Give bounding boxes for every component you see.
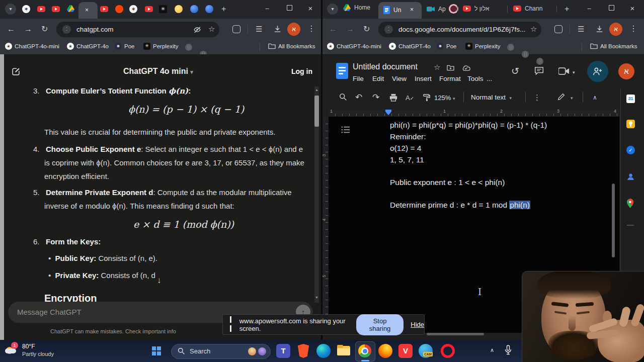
profile-avatar[interactable]: א [609, 23, 622, 36]
spellcheck-icon[interactable]: A✓ [406, 94, 414, 102]
taskbar-icon-firefox[interactable] [378, 344, 392, 358]
back-icon[interactable]: ← [7, 25, 15, 33]
paragraph-style-select[interactable]: Normal text ▾ [471, 94, 512, 101]
tab-search-chevron[interactable]: ▾ [5, 4, 16, 15]
taskbar-icon-vivaldi[interactable]: V [398, 344, 413, 358]
bookmark-globe-icon[interactable] [185, 44, 192, 51]
new-tab-button[interactable]: + [565, 5, 569, 13]
vertical-ruler[interactable] [323, 117, 328, 332]
menu-view[interactable]: View [392, 75, 407, 82]
tab-youtube-1[interactable]: אלון ל [463, 5, 490, 12]
toolbar-overflow-icon[interactable]: ⋮ [533, 94, 541, 101]
editing-mode-dropdown-icon[interactable]: ▾ [571, 96, 573, 101]
tab-chatgpt-icon[interactable]: ∗ [129, 5, 137, 13]
back-icon[interactable]: ← [329, 25, 337, 33]
star-document-icon[interactable]: ☆ [434, 63, 440, 71]
doc-line[interactable]: Public exponent e : 1 < e < phi(n) [390, 178, 505, 187]
page-left-scroll-strip[interactable] [0, 54, 4, 340]
indent-marker-triangle[interactable] [385, 112, 391, 115]
tab-youtube-icon[interactable] [100, 5, 108, 13]
weather-widget[interactable]: 1 80°F Partly cloudy [5, 343, 146, 359]
bookmark-star-icon[interactable]: ☆ [530, 25, 537, 33]
taskbar-icon-apowersoft-cam[interactable]: CAM [419, 344, 433, 358]
reload-icon[interactable]: ↻ [41, 25, 48, 33]
site-info-icon[interactable]: ⁚ [62, 25, 71, 34]
pause-sharing-icon[interactable] [230, 316, 234, 334]
bookmark-poe[interactable]: ☻ Poe [115, 43, 134, 50]
bookmark-globe-icon[interactable] [536, 58, 543, 65]
scroll-up-arrow[interactable]: ▲ [315, 88, 318, 92]
stop-sharing-button[interactable]: Stop sharing [356, 314, 404, 335]
zoom-select[interactable]: 125% ▾ [434, 94, 455, 102]
account-avatar[interactable]: א [618, 63, 634, 79]
window-close-button[interactable]: × [300, 0, 320, 17]
maps-icon[interactable] [626, 199, 635, 207]
comments-icon[interactable] [534, 66, 544, 75]
url-text[interactable]: docs.google.com/document/d/1P6Z6j7fs... [398, 26, 525, 33]
tab-youtube-2[interactable]: Chann [513, 5, 542, 12]
taskbar-icon-chrome-active[interactable] [355, 341, 375, 361]
bookmark-globe-icon[interactable] [522, 51, 529, 58]
bookmark-perplexity[interactable]: ✳ Perplexity [465, 43, 501, 50]
tab-perplexity-icon[interactable]: ✳ [159, 5, 167, 13]
tab-close-icon[interactable]: × [410, 6, 414, 13]
url-text[interactable]: chatgpt.com [76, 26, 114, 33]
google-docs-logo[interactable] [336, 63, 348, 79]
tab-search-chevron[interactable]: ▾ [327, 4, 338, 15]
tab-close-icon[interactable]: × [85, 7, 89, 14]
taskbar-icon-file-explorer[interactable] [337, 344, 351, 358]
tab-active[interactable]: × [78, 2, 98, 19]
undo-icon[interactable]: ↶ [355, 93, 362, 102]
tab-active-docs[interactable]: Un × [378, 2, 422, 19]
menu-more[interactable]: ... [487, 75, 492, 82]
profile-avatar[interactable]: א [287, 23, 300, 36]
new-tab-button[interactable]: + [221, 5, 226, 13]
tray-chevron-icon[interactable]: ∧ [490, 347, 494, 353]
forward-icon[interactable]: → [346, 25, 354, 33]
chat-scrollbar-thumb[interactable] [314, 96, 319, 127]
cloud-status-icon[interactable] [462, 65, 470, 71]
doc-vertical-scrollbar[interactable] [612, 184, 615, 257]
address-bar[interactable]: ⁚ docs.google.com/document/d/1P6Z6j7fs..… [378, 22, 541, 37]
hide-share-bar-link[interactable]: Hide [411, 321, 424, 328]
keep-icon[interactable] [626, 120, 635, 128]
tasks-icon[interactable]: ✓ [626, 146, 635, 154]
tab-queue-icon[interactable]: ☰ [256, 25, 262, 33]
login-button[interactable]: Log in [291, 67, 312, 75]
tab-youtube-icon[interactable] [52, 5, 60, 13]
bookmark-star-icon[interactable]: ☆ [208, 25, 215, 33]
menu-kebab-icon[interactable]: ⋮ [629, 25, 637, 33]
bookmark-poe[interactable]: ☻ Poe [437, 43, 456, 50]
doc-line[interactable]: phi(n) = phi(p*q) = phi(p)*phi(q) = (p-1… [390, 121, 547, 130]
scroll-down-arrow[interactable]: ▼ [315, 296, 318, 299]
taskbar-icon-edge[interactable] [316, 344, 331, 358]
tab-youtube-icon[interactable] [37, 5, 45, 13]
site-info-icon[interactable]: ⁚ [384, 25, 393, 34]
bookmark-chatgpt-4o-mini[interactable]: ∗ ChatGPT-4o-mini [5, 43, 59, 50]
tab-drive-home[interactable]: Home [343, 4, 370, 11]
paint-format-icon[interactable] [423, 94, 431, 102]
taskbar-icon-teams[interactable]: T [276, 344, 290, 358]
extensions-icon[interactable] [232, 25, 240, 33]
document-title[interactable]: Untitled document [353, 62, 418, 71]
doc-line[interactable]: Determine prime d : e * d = 1 mod phi(n) [390, 201, 530, 210]
tray-mic-icon[interactable] [504, 345, 512, 356]
tab-emoji-icon[interactable] [175, 5, 183, 13]
new-chat-icon[interactable] [11, 67, 21, 76]
tab-apowersoft[interactable]: Ap [427, 4, 458, 14]
search-box[interactable]: Search [171, 344, 271, 359]
eye-off-icon[interactable] [193, 26, 201, 34]
download-icon[interactable] [595, 25, 604, 33]
window-maximize-button[interactable] [279, 0, 299, 17]
bookmark-globe-icon[interactable] [507, 44, 514, 51]
horizontal-ruler[interactable] [329, 110, 619, 116]
menu-format[interactable]: Format [439, 75, 461, 82]
hide-menus-chevron-icon[interactable]: ∧ [593, 95, 597, 101]
menu-edit[interactable]: Edit [372, 75, 384, 82]
window-minimize-button[interactable]: – [257, 0, 277, 17]
download-icon[interactable] [273, 25, 282, 33]
calendar-icon[interactable]: 31 [626, 95, 635, 103]
window-maximize-button[interactable] [601, 0, 621, 17]
contacts-icon[interactable] [626, 172, 635, 181]
doc-line[interactable]: Reminder: [390, 132, 426, 141]
